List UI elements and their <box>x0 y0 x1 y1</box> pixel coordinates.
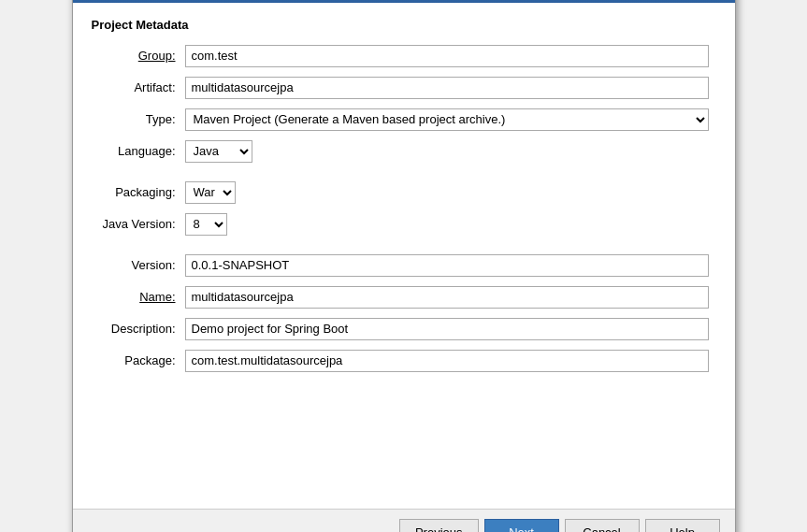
packaging-select[interactable]: War Jar <box>185 181 236 204</box>
packaging-label: Packaging: <box>92 185 185 199</box>
artifact-input[interactable] <box>185 77 709 99</box>
package-label: Package: <box>92 353 185 367</box>
version-label: Version: <box>92 258 185 272</box>
java-version-row: Java Version: 8 11 17 <box>92 213 716 236</box>
java-version-label: Java Version: <box>92 217 185 231</box>
group-row: Group: <box>92 45 716 67</box>
name-input[interactable] <box>185 286 709 309</box>
artifact-row: Artifact: <box>92 77 716 99</box>
group-label: Group: <box>92 49 185 63</box>
description-row: Description: <box>92 318 716 340</box>
language-select[interactable]: Java Kotlin Groovy <box>185 140 252 163</box>
new-project-dialog: ✦ New Project ✕ Project Metadata Group: … <box>72 0 736 532</box>
packaging-row: Packaging: War Jar <box>92 181 716 204</box>
name-label: Name: <box>92 290 185 304</box>
language-label: Language: <box>92 144 185 158</box>
help-button[interactable]: Help <box>645 519 720 533</box>
next-button[interactable]: Next <box>484 519 559 533</box>
footer: Previous Next Cancel Help <box>73 509 735 533</box>
description-label: Description: <box>92 322 185 336</box>
type-row: Type: Maven Project (Generate a Maven ba… <box>92 108 716 131</box>
artifact-label: Artifact: <box>92 80 185 94</box>
package-input[interactable] <box>185 350 709 372</box>
group-input[interactable] <box>185 45 709 67</box>
section-title: Project Metadata <box>92 18 716 32</box>
version-input[interactable] <box>185 254 709 277</box>
type-label: Type: <box>92 112 185 126</box>
package-row: Package: <box>92 350 716 372</box>
java-version-select[interactable]: 8 11 17 <box>185 213 227 236</box>
form-content: Project Metadata Group: Artifact: Type: … <box>73 3 735 509</box>
cancel-button[interactable]: Cancel <box>565 519 640 533</box>
description-input[interactable] <box>185 318 709 340</box>
type-select[interactable]: Maven Project (Generate a Maven based pr… <box>185 108 709 131</box>
previous-button[interactable]: Previous <box>399 519 479 533</box>
version-row: Version: <box>92 254 716 277</box>
language-row: Language: Java Kotlin Groovy <box>92 140 716 163</box>
empty-area <box>92 381 716 494</box>
name-row: Name: <box>92 286 716 309</box>
